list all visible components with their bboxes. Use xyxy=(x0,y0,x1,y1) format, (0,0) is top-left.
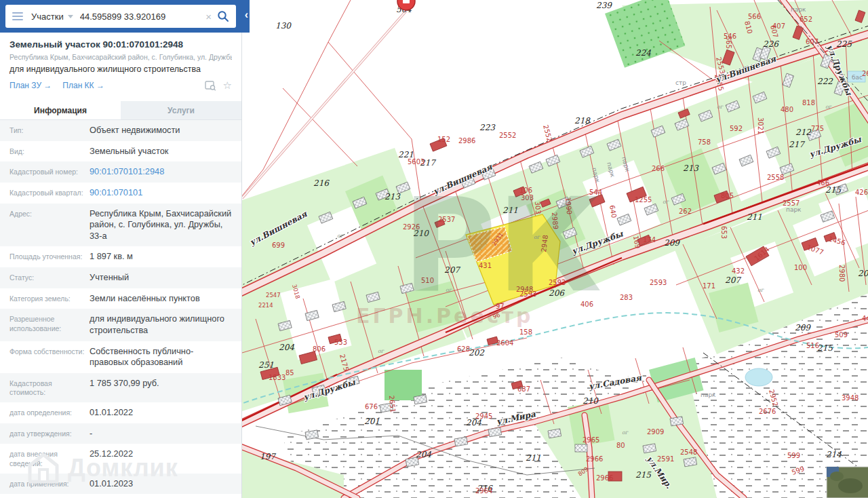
collapse-panel-button[interactable]: ‹ xyxy=(245,9,248,20)
map-label: 775 xyxy=(811,125,824,132)
map-label: 652 xyxy=(800,16,812,23)
map-label: 266 xyxy=(652,165,665,172)
map-label: 212 xyxy=(795,128,812,137)
map-label: 80 xyxy=(616,442,625,449)
map-label: парк xyxy=(786,206,802,213)
map-label: 805 xyxy=(721,192,734,199)
map-label: 2966 xyxy=(586,455,603,463)
info-row: Кадастровый номер: 90:01:070101:2948 xyxy=(0,161,241,183)
map-label: 2964 xyxy=(475,487,492,495)
pond xyxy=(745,368,772,386)
map-label: 216 xyxy=(313,178,330,188)
tab-bar: Информация Услуги xyxy=(0,101,241,120)
map-label: бас xyxy=(852,74,863,81)
map-label: ог xyxy=(663,199,669,205)
info-row-value: Учтенный xyxy=(90,272,232,284)
map-label: 806 xyxy=(313,345,326,353)
info-row: Тип: Объект недвижимости xyxy=(0,120,241,141)
map-label: ог xyxy=(378,348,384,354)
favorite-star-icon[interactable]: ☆ xyxy=(223,79,232,92)
map-label: 5603 xyxy=(408,158,425,166)
map-label: 209 xyxy=(858,269,868,278)
tab-information[interactable]: Информация xyxy=(0,101,121,119)
search-button[interactable] xyxy=(216,10,231,22)
tab-services[interactable]: Услуги xyxy=(121,101,241,119)
info-row: Адрес: Республика Крым, Бахчисарайский р… xyxy=(0,204,241,247)
map-label: 2909 xyxy=(647,428,664,436)
menu-icon[interactable] xyxy=(12,12,23,20)
map-label: 100 xyxy=(794,264,807,271)
map-label: 130 xyxy=(275,21,292,31)
domclick-watermark: Домклик xyxy=(26,451,178,486)
map-label: 432 xyxy=(732,267,745,275)
map-label: 758 xyxy=(698,138,711,146)
map-label: 2965 xyxy=(583,436,599,444)
svg-text:ЕГРН.Реестр: ЕГРН.Реестр xyxy=(356,304,533,328)
map-label: 687 xyxy=(517,385,530,393)
info-row-value[interactable]: 90:01:070101 xyxy=(90,187,232,199)
map-label: 264 xyxy=(862,70,868,77)
info-row-label: Категория земель: xyxy=(9,293,90,305)
map-label: 211 xyxy=(526,453,541,463)
map-label: парк xyxy=(791,6,806,13)
info-row-label: Тип: xyxy=(9,125,90,136)
map-label: 2548 xyxy=(680,448,697,456)
domclick-wordmark: Домклик xyxy=(68,454,178,482)
info-row: дата определения: 01.01.2022 xyxy=(0,402,241,423)
info-row-label: Кадастровый номер: xyxy=(9,166,90,178)
map-label: 251 xyxy=(258,360,274,370)
map-label: 226 xyxy=(763,39,779,49)
map-label: 158 xyxy=(519,328,532,336)
sidebar-panel: Участки × ‹ Земельный участок 90:01:0701… xyxy=(0,0,242,498)
clear-search-icon[interactable]: × xyxy=(201,12,216,22)
map-label: 204 xyxy=(279,343,294,352)
preview-document-icon[interactable] xyxy=(205,81,216,91)
basemap-thumbnail[interactable] xyxy=(827,467,868,498)
map-label: 2651 xyxy=(388,395,397,413)
map-canvas[interactable]: 1305642392242232182212172162132112102072… xyxy=(242,0,868,498)
map-label: 171 xyxy=(703,282,715,290)
info-row: дата утверждения: - xyxy=(0,423,241,444)
map-label: 225 xyxy=(836,39,852,49)
map-label: 1833 xyxy=(269,374,285,381)
map-label: 215 xyxy=(635,470,652,480)
map-label: 592 xyxy=(730,125,743,132)
plan-kk-link[interactable]: План КК → xyxy=(62,81,104,90)
search-category-dropdown[interactable]: Участки xyxy=(30,12,77,22)
info-row-value: 01.01.2022 xyxy=(90,407,232,419)
info-row-value: 1 897 кв. м xyxy=(90,251,232,263)
map-label: 2552 xyxy=(499,132,516,139)
map-label: 239 xyxy=(596,1,612,10)
map-label: 509 xyxy=(835,331,848,339)
search-bar: Участки × ‹ xyxy=(0,0,250,33)
info-row: Площадь уточненная: 1 897 кв. м xyxy=(0,246,241,267)
info-row-value: Собственность публично-правовых образова… xyxy=(90,346,232,368)
map-label: 426 xyxy=(855,189,868,196)
map-label: 224 xyxy=(635,48,651,58)
map-label: 152 xyxy=(437,136,450,143)
info-row-value: - xyxy=(90,428,232,440)
map-label: 262 xyxy=(679,208,692,215)
search-category-label: Участки xyxy=(31,12,64,22)
map-label: 218 xyxy=(574,116,591,126)
plan-zu-link[interactable]: План ЗУ → xyxy=(9,81,52,90)
map-label: 222 xyxy=(817,77,833,86)
map-label: 2547 xyxy=(266,292,281,299)
map-label: 211 xyxy=(747,212,762,222)
info-row: Кадастровый квартал: 90:01:070101 xyxy=(0,183,241,204)
search-icon xyxy=(217,10,229,22)
search-input[interactable] xyxy=(77,12,202,22)
map-label: 3948 xyxy=(842,394,859,402)
info-row-label: дата утверждения: xyxy=(9,428,90,440)
info-row: Разрешенное использование: для индивидуа… xyxy=(0,309,241,341)
info-row-value: Республика Крым, Бахчисарайский район, с… xyxy=(90,208,232,242)
map-label: 480 xyxy=(781,106,793,113)
property-usage: для индивидуального жилищного строительс… xyxy=(9,64,232,74)
map-label: 2558 xyxy=(767,174,784,181)
map-label: 214 xyxy=(826,450,842,459)
map-label: 213 xyxy=(683,164,699,173)
info-row-label: Разрешенное использование: xyxy=(9,313,90,336)
map-label: 599 xyxy=(787,452,800,459)
info-row-value[interactable]: 90:01:070101:2948 xyxy=(90,166,232,178)
info-row: Кадастровая стоимость: 1 785 370,99 руб. xyxy=(0,373,241,402)
